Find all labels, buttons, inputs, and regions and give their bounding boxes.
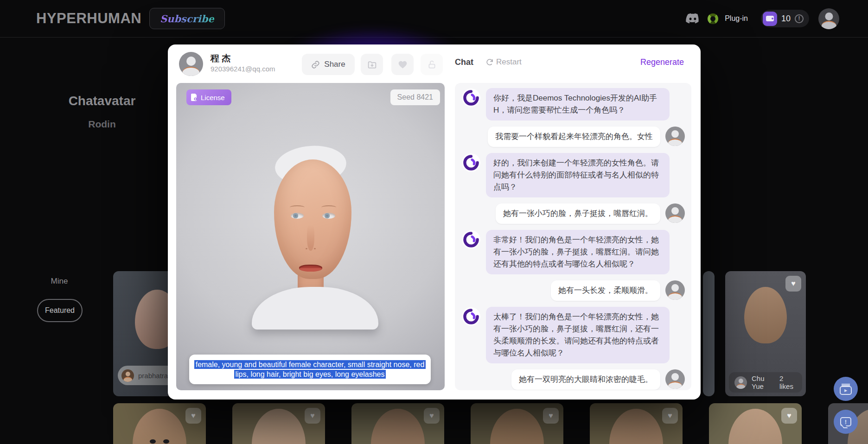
link-icon [311, 60, 320, 69]
nostrils [306, 248, 316, 249]
chat-panel: 你好，我是Deemos Technologies开发的AI助手H，请问您需要帮忙… [455, 83, 691, 390]
restart-label: Restart [496, 57, 522, 67]
avatar-render [490, 409, 544, 444]
message-bubble: 我需要一个样貌看起来年轻漂亮的角色。女性 [488, 127, 660, 147]
restart-icon [486, 58, 493, 66]
avatar-render [744, 287, 787, 343]
subscribe-button[interactable]: Subscribe [149, 8, 225, 29]
feedback-icon: ! [840, 417, 851, 426]
like-button[interactable]: ♥ [781, 408, 797, 424]
user-avatar [665, 280, 685, 300]
face [274, 159, 351, 279]
message-bubble: 非常好！我们的角色是一个年轻漂亮的女性，她有一张小巧的脸，鼻子挺拔，嘴唇红润。请… [486, 230, 670, 274]
gallery-card[interactable] [703, 271, 715, 396]
eye [291, 213, 304, 219]
filter-mine[interactable]: Mine [22, 277, 96, 286]
topbar-right: Plug-in 10 ! [685, 0, 839, 37]
like-button[interactable]: ♥ [785, 276, 801, 292]
avatar-3d-render [176, 83, 445, 390]
heart-icon: ♥ [549, 412, 553, 419]
heart-icon: ♥ [191, 412, 196, 419]
tab-chat[interactable]: Chat [455, 57, 473, 67]
avatar-render [252, 409, 306, 444]
author-name: Chu Yue [752, 374, 775, 390]
share-label: Share [324, 60, 345, 69]
top-bar: HYPERHUMAN Subscribe Plug-in 10 ! [0, 0, 868, 37]
nose [307, 222, 314, 251]
nav-rodin[interactable]: Rodin [46, 119, 158, 130]
chat-message-user: 她有一双明亮的大眼睛和浓密的睫毛。 [461, 369, 685, 390]
message-bubble: 太棒了！我们的角色是一个年轻漂亮的女性，她有一张小巧的脸，鼻子挺拔，嘴唇红润，还… [486, 307, 670, 363]
credits-pill[interactable]: 10 ! [761, 10, 809, 27]
mouth [299, 265, 322, 272]
discord-icon[interactable] [685, 13, 701, 25]
chat-message-bot: 非常好！我们的角色是一个年轻漂亮的女性，她有一张小巧的脸，鼻子挺拔，嘴唇红润。请… [461, 230, 685, 274]
feedback-button[interactable]: ! [834, 410, 858, 434]
message-bubble: 她有一张小巧的脸，鼻子挺拔，嘴唇红润。 [496, 203, 660, 224]
license-label: License [201, 94, 225, 101]
bot-avatar [461, 230, 481, 249]
seed-badge: Seed 8421 [390, 89, 440, 105]
avatar-render [133, 409, 186, 444]
like-button[interactable]: ♥ [305, 408, 320, 424]
regenerate-button[interactable]: Regenerate [640, 57, 684, 67]
restart-button[interactable]: Restart [486, 57, 522, 67]
info-icon[interactable]: ! [795, 14, 804, 23]
author-avatar [121, 369, 134, 382]
author-avatar [734, 376, 747, 389]
gallery-card[interactable]: ♥ Chu Yue 2 likes [725, 271, 806, 396]
message-bubble: 她有一双明亮的大眼睛和浓密的睫毛。 [511, 369, 660, 390]
gallery-card[interactable]: ♥ [351, 403, 444, 444]
message-bubble: 你好，我是Deemos Technologies开发的AI助手H，请问您需要帮忙… [486, 88, 670, 121]
chat-message-bot: 你好，我是Deemos Technologies开发的AI助手H，请问您需要帮忙… [461, 88, 685, 121]
gallery-card[interactable]: ♥ [709, 403, 802, 444]
prompt-text[interactable]: female, young and beautiful female chara… [194, 360, 426, 379]
bot-avatar [461, 88, 481, 108]
gallery-card[interactable]: ♥ [590, 403, 683, 444]
chat-message-user: 她有一张小巧的脸，鼻子挺拔，嘴唇红润。 [461, 203, 685, 224]
filter-featured[interactable]: Featured [37, 299, 83, 322]
heart-icon [398, 60, 408, 70]
gallery-card[interactable]: ♥ [471, 403, 563, 444]
chat-message-bot: 好的，我们来创建一个年轻漂亮的女性角色。请问她有什么特别的面部特征或者与名人相似… [461, 153, 685, 197]
download-button[interactable] [361, 54, 383, 75]
avatar-viewport[interactable]: License Seed 8421 female, young and beau… [176, 83, 445, 390]
gallery-card[interactable]: ♥ [113, 403, 206, 444]
prompt-card: female, young and beautiful female chara… [189, 355, 431, 384]
bust [252, 287, 378, 330]
creator-email: 920396241@qq.com [211, 65, 275, 73]
gallery-card[interactable]: ♥ [232, 403, 325, 444]
tutorial-video-button[interactable] [834, 377, 858, 401]
unlock-icon [427, 60, 437, 70]
heart-icon: ♥ [791, 280, 796, 287]
like-button[interactable]: ♥ [424, 408, 440, 424]
video-icon [840, 386, 852, 395]
like-button[interactable]: ♥ [185, 408, 201, 424]
avatar-render [371, 409, 425, 444]
message-bubble: 她有一头长发，柔顺顺滑。 [551, 280, 660, 301]
featured-label: Featured [45, 306, 75, 315]
like-button[interactable]: ♥ [543, 408, 559, 424]
user-avatar [665, 369, 685, 389]
wallet-icon [763, 12, 777, 26]
app-root: HYPERHUMAN Subscribe Plug-in 10 ! Chatav… [0, 0, 868, 444]
chat-message-user: 我需要一个样貌看起来年轻漂亮的角色。女性 [461, 127, 685, 147]
user-avatar [665, 127, 685, 146]
hyperhuman-logo[interactable]: HYPERHUMAN [36, 10, 141, 27]
share-button[interactable]: Share [302, 54, 355, 75]
nav-chatavatar[interactable]: Chatavatar [46, 94, 158, 108]
heart-icon: ♥ [668, 412, 672, 419]
plugin-icon[interactable] [708, 13, 718, 24]
account-avatar[interactable] [818, 8, 839, 29]
message-bubble: 好的，我们来创建一个年轻漂亮的女性角色。请问她有什么特别的面部特征或者与名人相似… [486, 153, 670, 197]
like-button[interactable]: ♥ [662, 408, 678, 424]
avatar-render [609, 409, 663, 444]
license-badge[interactable]: License [186, 89, 231, 105]
plugin-label[interactable]: Plug-in [725, 14, 748, 23]
privacy-button[interactable] [421, 54, 443, 75]
chat-message-bot: 太棒了！我们的角色是一个年轻漂亮的女性，她有一张小巧的脸，鼻子挺拔，嘴唇红润，还… [461, 307, 685, 363]
card-footer: Chu Yue 2 likes [729, 372, 802, 393]
favorite-button[interactable] [391, 54, 414, 75]
bot-avatar [461, 153, 481, 172]
subscribe-label: Subscribe [160, 13, 214, 25]
